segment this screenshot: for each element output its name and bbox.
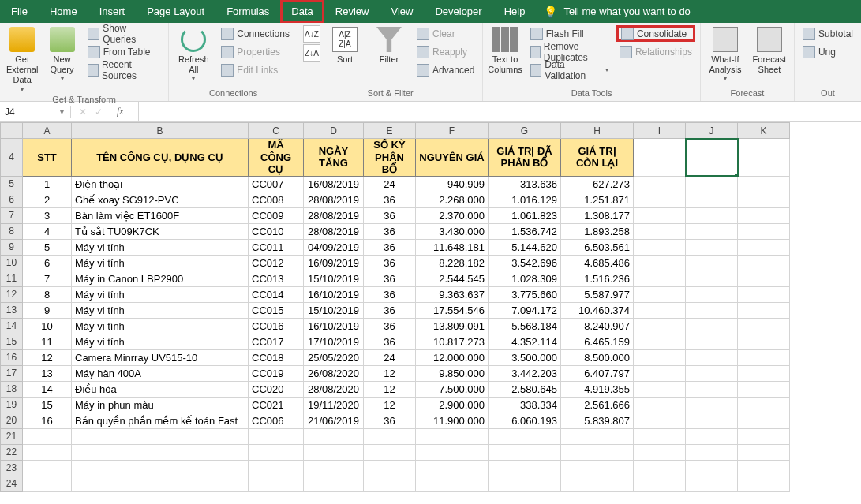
cell-K22[interactable] [738, 444, 790, 460]
refresh-all-button[interactable]: Refresh All ▾ [174, 25, 213, 83]
cell-E13[interactable]: 36 [364, 302, 416, 318]
cell-I14[interactable] [634, 318, 686, 334]
cell-K10[interactable] [738, 255, 790, 271]
cell-A13[interactable]: 9 [23, 302, 72, 318]
header-cell-D[interactable]: NGÀY TĂNG [304, 139, 364, 177]
cell-J14[interactable] [686, 318, 738, 334]
cell-C9[interactable]: CC011 [249, 239, 304, 255]
cell-F8[interactable]: 3.430.000 [416, 223, 489, 239]
ungroup-button[interactable]: Ung [799, 43, 856, 60]
cell-A21[interactable] [23, 428, 72, 444]
cell-D20[interactable]: 21/06/2019 [304, 413, 364, 428]
cell-I6[interactable] [634, 192, 686, 207]
cell-C24[interactable] [249, 476, 304, 491]
sort-asc-button[interactable]: A↓Z [303, 25, 320, 43]
fx-icon[interactable]: fx [110, 106, 130, 118]
cell-E18[interactable]: 12 [364, 381, 416, 397]
cell-C10[interactable]: CC012 [249, 255, 304, 271]
cell-K15[interactable] [738, 334, 790, 349]
cell-J7[interactable] [686, 207, 738, 223]
cell-C20[interactable]: CC006 [249, 413, 304, 428]
row-head-15[interactable]: 15 [1, 334, 23, 349]
cell-J9[interactable] [686, 239, 738, 255]
cell-F14[interactable]: 13.809.091 [416, 318, 489, 334]
cell-K17[interactable] [738, 365, 790, 381]
cell-I22[interactable] [634, 444, 686, 460]
menu-home[interactable]: Home [39, 0, 88, 23]
cell-F19[interactable]: 2.900.000 [416, 397, 489, 413]
cell-E8[interactable]: 36 [364, 223, 416, 239]
cell-B12[interactable]: Máy vi tính [72, 286, 249, 302]
header-cell-G[interactable]: GIÁ TRỊ ĐÃ PHÂN BỔ [489, 139, 561, 177]
col-head-C[interactable]: C [249, 123, 304, 139]
cell-J21[interactable] [686, 428, 738, 444]
cell-G9[interactable]: 5.144.620 [489, 239, 561, 255]
row-head-12[interactable]: 12 [1, 286, 23, 302]
cell-E21[interactable] [364, 428, 416, 444]
clear-filter-button[interactable]: Clear [414, 25, 477, 42]
col-head-J[interactable]: J [686, 123, 738, 139]
col-head-K[interactable]: K [738, 123, 790, 139]
cell-D18[interactable]: 28/08/2020 [304, 381, 364, 397]
cell-B19[interactable]: Máy in phun màu [72, 397, 249, 413]
row-head-13[interactable]: 13 [1, 302, 23, 318]
cell-C13[interactable]: CC015 [249, 302, 304, 318]
menu-developer[interactable]: Developer [424, 0, 492, 23]
from-table-button[interactable]: From Table [84, 43, 164, 60]
header-cell-K[interactable] [738, 139, 790, 177]
cell-B16[interactable]: Camera Minrray UV515-10 [72, 349, 249, 365]
cell-B7[interactable]: Bàn làm việc ET1600F [72, 207, 249, 223]
row-head-19[interactable]: 19 [1, 397, 23, 413]
cell-F9[interactable]: 11.648.181 [416, 239, 489, 255]
col-head-E[interactable]: E [364, 123, 416, 139]
cell-C18[interactable]: CC020 [249, 381, 304, 397]
cell-K7[interactable] [738, 207, 790, 223]
cell-D12[interactable]: 16/10/2019 [304, 286, 364, 302]
cell-K13[interactable] [738, 302, 790, 318]
connections-button[interactable]: Connections [218, 25, 293, 42]
cell-G17[interactable]: 3.442.203 [489, 365, 561, 381]
header-cell-B[interactable]: TÊN CÔNG CỤ, DỤNG CỤ [72, 139, 249, 177]
cell-F24[interactable] [416, 476, 489, 491]
cell-H12[interactable]: 5.587.977 [561, 286, 634, 302]
cell-H21[interactable] [561, 428, 634, 444]
cell-J8[interactable] [686, 223, 738, 239]
row-head-20[interactable]: 20 [1, 413, 23, 428]
cell-J6[interactable] [686, 192, 738, 207]
cell-D5[interactable]: 16/08/2019 [304, 176, 364, 192]
cell-F23[interactable] [416, 460, 489, 476]
cell-D24[interactable] [304, 476, 364, 491]
row-head-18[interactable]: 18 [1, 381, 23, 397]
cell-J15[interactable] [686, 334, 738, 349]
cell-K6[interactable] [738, 192, 790, 207]
cell-A15[interactable]: 11 [23, 334, 72, 349]
cell-I8[interactable] [634, 223, 686, 239]
cell-G18[interactable]: 2.580.645 [489, 381, 561, 397]
cell-H16[interactable]: 8.500.000 [561, 349, 634, 365]
cell-G6[interactable]: 1.016.129 [489, 192, 561, 207]
row-head-9[interactable]: 9 [1, 239, 23, 255]
cell-I7[interactable] [634, 207, 686, 223]
row-head-16[interactable]: 16 [1, 349, 23, 365]
cell-B14[interactable]: Máy vi tính [72, 318, 249, 334]
cell-D19[interactable]: 19/11/2020 [304, 397, 364, 413]
header-cell-E[interactable]: SỐ KỲ PHÂN BỔ [364, 139, 416, 177]
cell-E15[interactable]: 36 [364, 334, 416, 349]
header-cell-C[interactable]: MÃ CÔNG CỤ [249, 139, 304, 177]
relationships-button[interactable]: Relationships [616, 43, 695, 60]
cell-J17[interactable] [686, 365, 738, 381]
cell-K23[interactable] [738, 460, 790, 476]
cell-G23[interactable] [489, 460, 561, 476]
cell-E12[interactable]: 36 [364, 286, 416, 302]
menu-insert[interactable]: Insert [88, 0, 137, 23]
cell-C11[interactable]: CC013 [249, 271, 304, 286]
cell-J20[interactable] [686, 413, 738, 428]
cell-E11[interactable]: 36 [364, 271, 416, 286]
data-validation-button[interactable]: Data Validation▾ [527, 62, 612, 78]
cell-A24[interactable] [23, 476, 72, 491]
tell-me-search[interactable]: 💡 Tell me what you want to do [536, 6, 698, 18]
sort-desc-button[interactable]: Z↓A [303, 44, 320, 62]
row-head-4[interactable]: 4 [1, 139, 23, 177]
cell-I10[interactable] [634, 255, 686, 271]
subtotal-button[interactable]: Subtotal [799, 25, 856, 42]
